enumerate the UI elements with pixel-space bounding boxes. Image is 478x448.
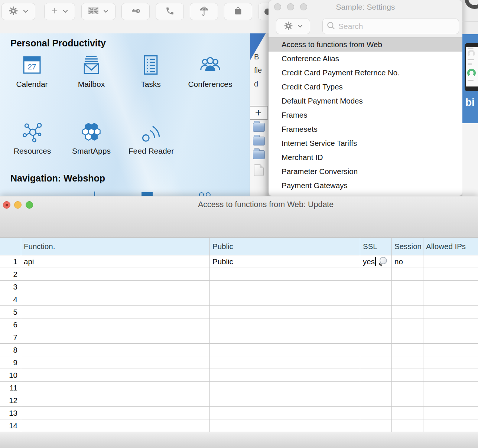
cell-public[interactable]	[210, 281, 360, 293]
cell-allowed-ips[interactable]	[423, 369, 478, 381]
cell-allowed-ips[interactable]	[423, 344, 478, 356]
header-allowed-ips[interactable]: Allowed IPs	[423, 238, 478, 255]
toolbar-umbrella-button[interactable]	[190, 3, 218, 20]
magnifier-lookup-icon[interactable]	[377, 256, 388, 267]
cell-session[interactable]	[392, 318, 423, 331]
cell-allowed-ips[interactable]	[423, 382, 478, 394]
cell-function[interactable]	[21, 356, 210, 369]
settings-list-item[interactable]: Parameter Conversion	[269, 164, 462, 179]
cell-function[interactable]	[21, 306, 210, 318]
app-resources[interactable]: Resources	[4, 120, 60, 156]
cell-session[interactable]: no	[392, 255, 423, 268]
toolbar-gear-button[interactable]	[1, 3, 35, 20]
folder-icon[interactable]	[253, 137, 265, 145]
settings-list-item[interactable]: Conference Alias	[269, 52, 462, 66]
settings-list-item[interactable]: Merchant ID	[269, 150, 462, 164]
header-function[interactable]: Function.	[21, 238, 210, 255]
cell-allowed-ips[interactable]	[423, 356, 478, 369]
update-titlebar[interactable]: Access to functions from Web: Update	[0, 196, 478, 238]
settings-list-item[interactable]: Credit Card Payment Refernce No.	[269, 66, 462, 80]
settings-list-item[interactable]: Internet Service Tariffs	[269, 136, 462, 150]
settings-list-item[interactable]: Payment Gateways	[269, 179, 462, 193]
cell-session[interactable]	[392, 382, 423, 394]
header-public[interactable]: Public	[210, 238, 360, 255]
cell-public[interactable]	[210, 407, 360, 419]
cell-ssl[interactable]	[360, 268, 392, 280]
app-conferences[interactable]: Conferences	[182, 53, 238, 89]
cell-ssl[interactable]	[360, 331, 392, 343]
settings-list-item[interactable]: Frames	[269, 108, 462, 122]
cell-session[interactable]	[392, 369, 423, 381]
settings-list-item[interactable]: Default Payment Modes	[269, 94, 462, 108]
toolbar-bag-button[interactable]	[224, 3, 252, 20]
cell-session[interactable]	[392, 331, 423, 343]
cell-ssl[interactable]	[360, 407, 392, 419]
cell-allowed-ips[interactable]	[423, 331, 478, 343]
cell-function[interactable]	[21, 293, 210, 305]
cell-allowed-ips[interactable]	[423, 394, 478, 406]
cell-ssl[interactable]	[360, 369, 392, 381]
cell-session[interactable]	[392, 306, 423, 318]
cell-function[interactable]	[21, 394, 210, 406]
header-ssl[interactable]: SSL	[360, 238, 392, 255]
cell-function[interactable]	[21, 281, 210, 293]
cell-ssl[interactable]	[360, 318, 392, 331]
app-feed-reader[interactable]: Feed Reader	[123, 120, 179, 156]
toolbar-phone-button[interactable]	[156, 3, 184, 20]
cell-public[interactable]	[210, 331, 360, 343]
cell-function[interactable]	[21, 331, 210, 343]
toolbar-language-button[interactable]	[81, 3, 116, 20]
cell-public[interactable]	[210, 306, 360, 318]
cell-ssl[interactable]	[360, 281, 392, 293]
app-tasks[interactable]: Tasks	[123, 53, 179, 89]
cell-public[interactable]	[210, 356, 360, 369]
file-icon[interactable]	[254, 164, 264, 176]
cell-function[interactable]	[21, 344, 210, 356]
cell-allowed-ips[interactable]	[423, 419, 478, 432]
cell-allowed-ips[interactable]	[423, 268, 478, 280]
folder-icon[interactable]	[253, 123, 265, 132]
cell-ssl[interactable]	[360, 419, 392, 432]
toolbar-key-button[interactable]	[121, 3, 150, 20]
cell-session[interactable]	[392, 419, 423, 432]
settings-action-menu-button[interactable]	[276, 19, 310, 34]
cell-session[interactable]	[392, 394, 423, 406]
cell-session[interactable]	[392, 281, 423, 293]
cell-allowed-ips[interactable]	[423, 407, 478, 419]
cell-function[interactable]	[21, 419, 210, 432]
cell-ssl[interactable]	[360, 293, 392, 305]
cell-ssl[interactable]	[360, 344, 392, 356]
cell-session[interactable]	[392, 356, 423, 369]
settings-list-item[interactable]: Framesets	[269, 122, 462, 136]
app-smartapps[interactable]: SmartApps	[64, 120, 119, 156]
cell-public[interactable]	[210, 369, 360, 381]
cell-function[interactable]	[21, 369, 210, 381]
cell-session[interactable]	[392, 344, 423, 356]
cell-allowed-ips[interactable]	[423, 255, 478, 268]
cell-ssl[interactable]	[360, 356, 392, 369]
cell-public[interactable]	[210, 268, 360, 280]
cell-allowed-ips[interactable]	[423, 281, 478, 293]
add-item-button[interactable]: +	[250, 106, 268, 120]
header-session[interactable]: Session	[392, 238, 423, 255]
cell-function[interactable]	[21, 268, 210, 280]
cell-public[interactable]	[210, 394, 360, 406]
close-button[interactable]	[3, 201, 10, 209]
toolbar-add-button[interactable]	[44, 3, 75, 20]
settings-list-item[interactable]: Credit Card Types	[269, 80, 462, 94]
minimize-button[interactable]	[14, 201, 22, 209]
cell-function[interactable]	[21, 382, 210, 394]
cell-public[interactable]	[210, 382, 360, 394]
cell-function[interactable]	[21, 318, 210, 331]
cell-public[interactable]	[210, 318, 360, 331]
folder-icon[interactable]	[253, 150, 265, 159]
search-field[interactable]	[322, 19, 459, 34]
cell-allowed-ips[interactable]	[423, 293, 478, 305]
cell-public[interactable]	[210, 419, 360, 432]
cell-public[interactable]: Public	[210, 255, 360, 268]
app-mailbox[interactable]: Mailbox	[64, 53, 119, 89]
cell-ssl[interactable]: yes	[360, 255, 392, 268]
cell-ssl[interactable]	[360, 382, 392, 394]
zoom-button[interactable]	[26, 201, 33, 209]
cell-ssl[interactable]	[360, 394, 392, 406]
